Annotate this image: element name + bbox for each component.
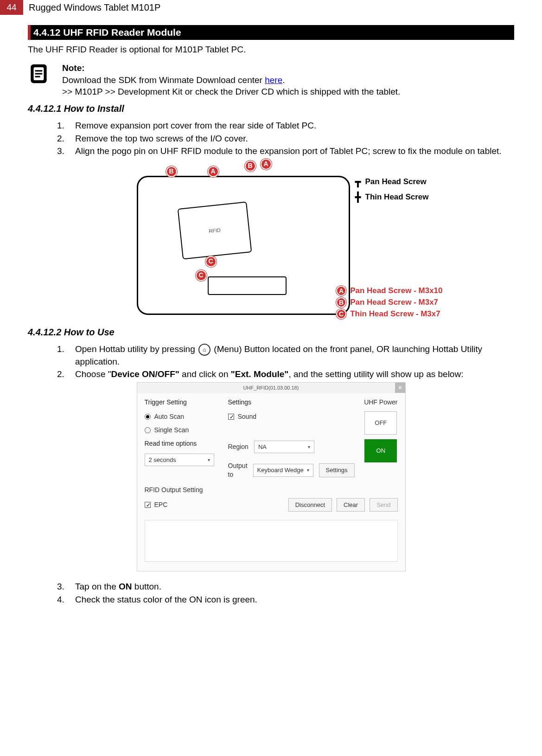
note-line2: >> M101P >> Development Kit or check the… — [62, 86, 514, 98]
read-time-select[interactable]: 2 seconds▾ — [145, 454, 214, 467]
clear-button[interactable]: Clear — [337, 498, 365, 512]
install-heading: 4.4.12.1 How to Install — [28, 103, 514, 115]
install-step-2: Remove the top two screws of the I/O cov… — [67, 133, 514, 145]
window-title: UHF_RFID(01.03.00.18) — [243, 385, 299, 391]
send-button[interactable]: Send — [370, 498, 397, 512]
install-step-1: Remove expansion port cover from the rea… — [67, 120, 514, 132]
region-label: Region — [228, 442, 249, 451]
read-time-label: Read time options — [145, 439, 214, 448]
epc-checkbox[interactable]: EPC — [145, 500, 168, 509]
download-link[interactable]: here — [265, 75, 282, 85]
svg-rect-3 — [35, 73, 43, 74]
note-title: Note: — [62, 62, 514, 74]
rfid-output-label: RFID Output Setting — [145, 486, 398, 494]
marker-a2: A — [261, 159, 272, 170]
sound-checkbox[interactable]: Sound — [228, 412, 335, 421]
marker-a: A — [208, 166, 219, 177]
use-heading: 4.4.12.2 How to Use — [28, 326, 514, 339]
install-step-3: Align the pogo pin on UHF RFID module to… — [67, 145, 514, 157]
use-step-3: Tap on the ON button. — [67, 581, 514, 593]
uhf-rfid-window: UHF_RFID(01.03.00.18) ✕ Trigger Setting … — [137, 382, 406, 571]
output-to-select[interactable]: Keyboard Wedge▾ — [253, 464, 313, 477]
note-line1: Download the SDK from Winmate Download c… — [62, 74, 514, 86]
doc-title: Rugged Windows Tablet M101P — [23, 1, 160, 14]
screw-legend-top: ┳Pan Head Screw ╋Thin Head Screw — [355, 176, 429, 206]
use-step-1: Open Hottab utility by pressing ⌂ (Menu)… — [67, 343, 514, 368]
menu-button-icon: ⌂ — [198, 344, 210, 356]
settings-button[interactable]: Settings — [319, 463, 355, 477]
svg-rect-2 — [35, 70, 43, 71]
intro-text: The UHF RFID Reader is optional for M101… — [28, 44, 514, 56]
uhf-power-label: UHF Power — [364, 398, 397, 407]
trigger-setting-label: Trigger Setting — [145, 398, 214, 407]
settings-label: Settings — [228, 398, 335, 407]
region-select[interactable]: NA▾ — [254, 441, 314, 454]
marker-c: C — [205, 256, 217, 267]
use-step-2: Choose "Device ON/OFF" and click on "Ext… — [67, 368, 514, 380]
use-step-4: Check the status color of the ON icon is… — [67, 594, 514, 606]
output-textarea[interactable] — [145, 520, 398, 562]
marker-b2: B — [245, 160, 256, 172]
install-figure: ┳Pan Head Screw ╋Thin Head Screw B A B A… — [114, 176, 429, 315]
auto-scan-radio[interactable]: Auto Scan — [145, 412, 214, 421]
power-off-button[interactable]: OFF — [364, 411, 397, 435]
note-icon — [28, 62, 51, 89]
marker-b: B — [166, 166, 177, 177]
rfid-module: RFID — [177, 201, 252, 259]
close-icon[interactable]: ✕ — [395, 383, 405, 393]
single-scan-radio[interactable]: Single Scan — [145, 426, 214, 435]
disconnect-button[interactable]: Disconnect — [288, 498, 332, 512]
power-on-button[interactable]: ON — [364, 439, 397, 462]
page-number: 44 — [0, 0, 23, 15]
output-to-label: Output to — [228, 461, 248, 479]
section-heading: 4.4.12 UHF RFID Reader Module — [28, 25, 514, 40]
screw-legend-bottom: APan Head Screw - M3x10 BPan Head Screw … — [336, 286, 442, 320]
svg-rect-4 — [35, 76, 40, 77]
marker-c2: C — [196, 270, 207, 281]
